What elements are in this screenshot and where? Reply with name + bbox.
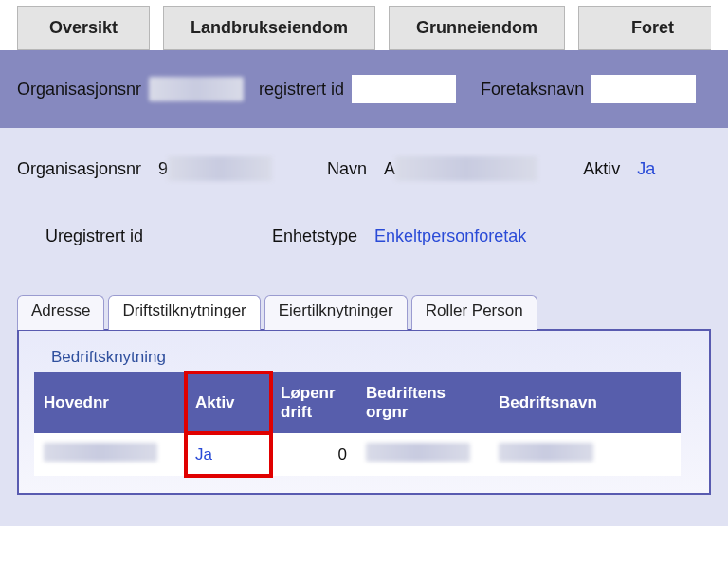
detail-uregid-label: Uregistrert id (46, 227, 143, 246)
col-bedriftens-orgnr: Bedriftens orgnr (356, 372, 489, 433)
cell-bedriftens-orgnr (356, 433, 489, 476)
cell-hovednr (34, 433, 186, 476)
subtab-roller-person[interactable]: Roller Person (411, 295, 537, 330)
subtab-panel: Bedriftsknytning Hovednr Aktiv Løpenr dr… (17, 329, 711, 495)
col-aktiv: Aktiv (186, 372, 271, 433)
cell-aktiv: Ja (186, 433, 271, 476)
subtab-eiertilknytninger[interactable]: Eiertilknytninger (264, 295, 408, 330)
details-panel: Organisasjonsnr 9 Navn A Aktiv Ja Uregis… (0, 128, 728, 526)
drift-table: Hovednr Aktiv Løpenr drift Bedriftens or… (34, 372, 681, 476)
filter-uregid-label: registrert id (259, 80, 344, 100)
col-lopenr: Løpenr drift (271, 372, 356, 433)
cell-bedriftsnavn (489, 433, 681, 476)
detail-navn-label: Navn (327, 159, 367, 179)
col-bedriftsnavn: Bedriftsnavn (489, 372, 681, 433)
section-link-bedriftsknytning[interactable]: Bedriftsknytning (34, 340, 694, 372)
filter-orgnr-label: Organisasjonsnr (17, 80, 141, 100)
filter-uregid-input[interactable] (352, 75, 456, 103)
filter-foretaksnavn-input[interactable] (592, 75, 696, 103)
detail-aktiv-label: Aktiv (583, 159, 620, 179)
detail-orgnr-value-prefix: 9 (158, 159, 168, 179)
cell-lopenr: 0 (271, 433, 356, 476)
subtab-driftstilknytninger[interactable]: Driftstilknytninger (108, 295, 260, 330)
detail-orgnr-value (168, 156, 272, 181)
detail-orgnr-label: Organisasjonsnr (17, 159, 141, 179)
table-row[interactable]: Ja 0 (34, 433, 681, 476)
tab-foretak[interactable]: Foret (578, 6, 711, 50)
top-tabs: Oversikt Landbrukseiendom Grunneiendom F… (0, 0, 728, 50)
tab-oversikt[interactable]: Oversikt (17, 6, 150, 50)
tab-landbrukseiendom[interactable]: Landbrukseiendom (163, 6, 375, 50)
subtab-adresse[interactable]: Adresse (17, 295, 104, 330)
detail-navn-value (395, 156, 537, 181)
detail-enhetstype-value: Enkeltpersonforetak (374, 227, 526, 246)
filter-bar: Organisasjonsnr registrert id Foretaksna… (0, 50, 728, 128)
detail-enhetstype-label: Enhetstype (272, 227, 357, 246)
detail-aktiv-value: Ja (637, 159, 655, 179)
detail-navn-value-prefix: A (384, 159, 395, 179)
filter-orgnr-value[interactable] (149, 77, 244, 101)
col-hovednr: Hovednr (34, 372, 186, 433)
tab-grunneiendom[interactable]: Grunneiendom (389, 6, 565, 50)
filter-foretaksnavn-label: Foretaksnavn (481, 80, 584, 100)
sub-tabs: Adresse Driftstilknytninger Eiertilknytn… (17, 294, 711, 329)
